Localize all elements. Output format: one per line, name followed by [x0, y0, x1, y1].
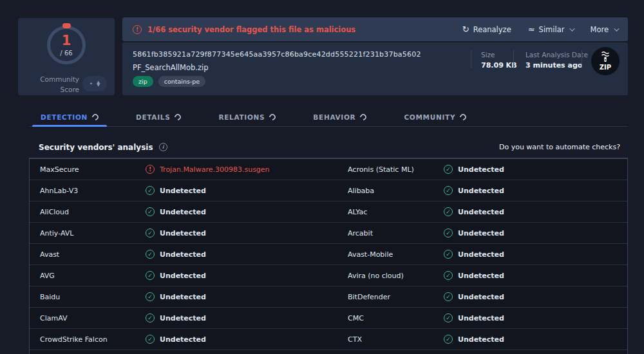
community-vote-widget[interactable]: • ▲ ▼ — [82, 76, 107, 91]
table-row: AliCloud ✓ Undetected ALYac ✓ Undetected — [30, 201, 627, 223]
table-row: Baidu ✓ Undetected BitDefender ✓ Undetec… — [30, 286, 627, 308]
check-icon: ✓ — [146, 271, 155, 280]
detection-result: ✓ Undetected — [146, 228, 337, 238]
vote-carets[interactable]: ▲ ▼ — [97, 81, 100, 86]
file-tags: zipcontains-pe — [133, 76, 205, 87]
detection-result: ✓ Undetected — [444, 250, 627, 259]
detection-arc-indicator — [62, 23, 71, 28]
info-icon[interactable]: i — [159, 143, 167, 151]
table-row: Antiy-AVL ✓ Undetected Arcabit ✓ Undetec… — [30, 223, 627, 244]
detection-result: ! Trojan.Malware.300983.susgen — [146, 165, 337, 174]
analysis-panel-title: Security vendors' analysis — [39, 143, 153, 152]
file-info-card: 5861fb385921a729f877345e645aa3957c86ba9c… — [122, 42, 628, 95]
check-icon: ✓ — [146, 335, 155, 344]
vendor-name: CrowdStrike Falcon — [30, 335, 146, 344]
detection-result: ✓ Undetected — [444, 228, 627, 238]
vendor-name: AhnLab-V3 — [30, 187, 146, 195]
warning-icon: ! — [133, 25, 142, 34]
last-analysis-value: 3 minutes ago — [526, 61, 582, 70]
vendor-name: BitDefender — [337, 293, 444, 301]
vote-down-icon[interactable]: ▼ — [97, 84, 100, 86]
divider — [513, 50, 514, 68]
check-icon: ✓ — [444, 186, 453, 195]
vendor-name: MaxSecure — [30, 165, 146, 174]
analysis-panel-header: Security vendors' analysis i Do you want… — [29, 136, 628, 158]
detection-result: ✓ Undetected — [444, 313, 627, 322]
check-icon: ✓ — [444, 313, 453, 322]
vendor-name: Avast-Mobile — [337, 250, 444, 259]
detection-result: ✓ Undetected — [444, 292, 627, 301]
tab-relations[interactable]: RELATIONS — [210, 108, 284, 126]
vendor-table: MaxSecure ! Trojan.Malware.300983.susgen… — [29, 158, 628, 354]
detection-result: ✓ Undetected — [146, 313, 337, 322]
size-value: 78.09 KB — [481, 61, 517, 70]
table-row: CrowdStrike Falcon ✓ Undetected CTX ✓ Un… — [30, 329, 627, 350]
file-tag-contains-pe[interactable]: contains-pe — [158, 76, 206, 87]
similar-icon: ≈ — [528, 24, 535, 34]
detection-result: ✓ Undetected — [146, 250, 337, 259]
detection-score-total: / 66 — [60, 50, 72, 57]
detection-result: ✓ Undetected — [146, 207, 337, 216]
tab-community[interactable]: COMMUNITY — [395, 108, 475, 126]
more-button[interactable]: More — [590, 25, 618, 34]
loading-spinner-icon — [459, 113, 468, 122]
zip-file-icon: ZIP — [591, 47, 620, 78]
vendor-name: CMC — [337, 314, 444, 322]
chevron-down-icon — [614, 26, 619, 31]
vendor-name: AliCloud — [30, 208, 146, 216]
check-icon: ✓ — [444, 335, 453, 344]
file-tag-zip[interactable]: zip — [133, 76, 153, 87]
vendor-name: Baidu — [30, 293, 146, 301]
vendor-name: Antiy-AVL — [30, 229, 146, 238]
detection-result: ✓ Undetected — [444, 165, 627, 174]
check-icon: ✓ — [444, 165, 453, 174]
detection-score-ring: 1 / 66 — [47, 26, 86, 64]
check-icon: ✓ — [146, 292, 155, 301]
check-icon: ✓ — [146, 186, 155, 195]
file-hash[interactable]: 5861fb385921a729f877345e645aa3957c86ba9c… — [133, 50, 421, 59]
file-name: PF_SearchAllMob.zip — [133, 63, 209, 72]
check-icon: ✓ — [146, 250, 155, 259]
divider — [471, 50, 471, 68]
banner-actions: ↻ Reanalyze ≈ Similar More — [462, 24, 618, 34]
vendor-name: Acronis (Static ML) — [337, 165, 444, 174]
table-row: Avast ✓ Undetected Avast-Mobile ✓ Undete… — [30, 244, 627, 265]
detection-banner: ! 1/66 security vendor flagged this file… — [122, 17, 628, 41]
vendor-name: ALYac — [337, 208, 444, 216]
detection-result: ✓ Undetected — [444, 207, 627, 216]
vote-dot-icon: • — [90, 80, 93, 87]
vendor-name: AVG — [30, 272, 146, 280]
chevron-down-icon — [570, 26, 575, 31]
similar-button[interactable]: ≈ Similar — [528, 24, 574, 34]
detection-result: ✓ Undetected — [444, 271, 627, 280]
check-icon: ✓ — [444, 250, 453, 259]
detection-result: ✓ Undetected — [146, 292, 337, 301]
check-icon: ✓ — [146, 313, 155, 322]
tab-detection[interactable]: DETECTION — [32, 108, 107, 126]
banner-warning-text: 1/66 security vendor flagged this file a… — [147, 25, 355, 34]
table-row: MaxSecure ! Trojan.Malware.300983.susgen… — [30, 159, 627, 180]
table-row: AVG ✓ Undetected Avira (no cloud) ✓ Unde… — [30, 265, 627, 286]
check-icon: ✓ — [146, 207, 155, 216]
check-icon: ✓ — [444, 271, 453, 280]
vendor-name: ClamAV — [30, 314, 146, 322]
vendor-name: Avast — [30, 250, 146, 259]
detection-result: ✓ Undetected — [146, 186, 337, 195]
tab-bar: DETECTION DETAILS RELATIONS BEHAVIOR COM… — [29, 108, 628, 127]
reanalyze-button[interactable]: ↻ Reanalyze — [462, 24, 511, 34]
detection-result: ✓ Undetected — [444, 186, 627, 195]
check-icon: ✓ — [444, 228, 453, 238]
table-row-partial — [30, 350, 627, 354]
automate-checks-link[interactable]: Do you want to automate checks? — [499, 143, 620, 151]
detection-result: ✓ Undetected — [146, 335, 337, 344]
loading-spinner-icon — [91, 113, 100, 122]
refresh-icon: ↻ — [462, 24, 469, 34]
last-analysis-label: Last Analysis Date — [526, 51, 588, 59]
community-score-card: 1 / 66 Community Score • ▲ ▼ — [18, 18, 115, 95]
tab-behavior[interactable]: BEHAVIOR — [305, 108, 375, 126]
loading-spinner-icon — [268, 113, 277, 122]
tab-details[interactable]: DETAILS — [128, 108, 189, 126]
size-label: Size — [481, 51, 495, 59]
loading-spinner-icon — [173, 113, 182, 122]
table-row: ClamAV ✓ Undetected CMC ✓ Undetected — [30, 308, 627, 329]
